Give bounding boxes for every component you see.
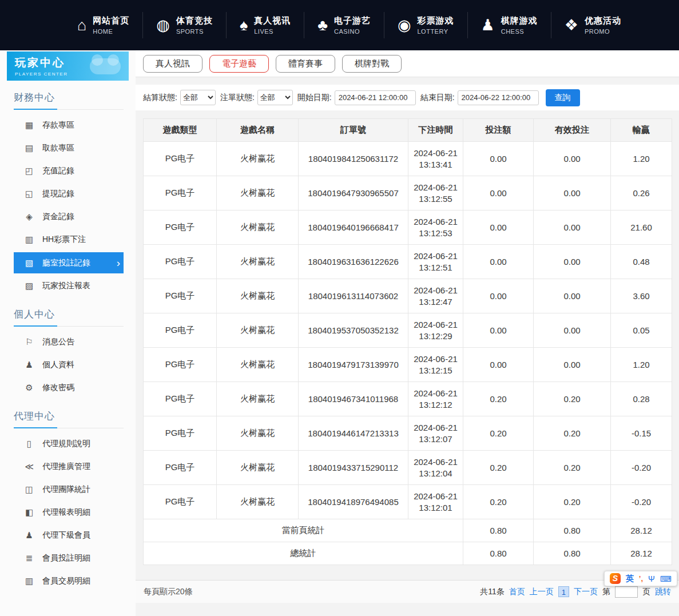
section-title: 代理中心 bbox=[14, 410, 124, 428]
cell-game-type: PG电子 bbox=[144, 279, 217, 313]
sidebar-item-agent-promotion[interactable]: ≪代理推廣管理 bbox=[14, 455, 124, 478]
cell-bet-time: 2024-06-2113:12:04 bbox=[408, 451, 463, 485]
nav-item-casino[interactable]: ♣电子游艺CASINO bbox=[304, 12, 384, 38]
prev-page-link[interactable]: 上一页 bbox=[530, 587, 554, 597]
cell-game-type: PG电子 bbox=[144, 416, 217, 451]
sidebar-item-label: 存款專區 bbox=[42, 120, 124, 130]
summary-win-loss: 28.12 bbox=[611, 519, 672, 542]
cell-game-name: 火树赢花 bbox=[217, 348, 299, 382]
sidebar-item-hh-lottery-bet[interactable]: ▥HH彩票下注 bbox=[14, 228, 124, 251]
jump-prefix-label: 第 bbox=[602, 587, 610, 597]
cell-bet-time: 2024-06-2113:12:51 bbox=[408, 245, 463, 279]
mic-icon[interactable]: Ψ bbox=[648, 574, 655, 583]
tab-electronic-games[interactable]: 電子遊藝 bbox=[209, 55, 269, 73]
cell-game-type: PG电子 bbox=[144, 176, 217, 210]
sidebar-item-funds-record[interactable]: ◈資金記錄 bbox=[14, 205, 124, 228]
sidebar-item-label: 廳室投註記錄 bbox=[42, 258, 109, 268]
tab-live-video[interactable]: 真人視訊 bbox=[143, 55, 202, 73]
nav-item-chess[interactable]: ♟棋牌游戏CHESS bbox=[467, 12, 551, 38]
sidebar-item-profile[interactable]: ♟個人資料 bbox=[14, 353, 124, 376]
cell-game-type: PG电子 bbox=[144, 382, 217, 416]
cell-game-name: 火树赢花 bbox=[217, 210, 299, 245]
sidebar-item-agent-team-stats[interactable]: ◫代理團隊統計 bbox=[14, 478, 124, 501]
person-icon: ♟ bbox=[24, 360, 34, 370]
cell-order-no: 1804019418976494085 bbox=[299, 485, 408, 519]
sidebar-item-member-bet-detail[interactable]: ≣會員投註明細 bbox=[14, 547, 124, 570]
hall-bet-record-icon: ▧ bbox=[24, 258, 34, 268]
recharge-record-icon: ◰ bbox=[24, 166, 34, 176]
chevron-right-icon: › bbox=[117, 257, 124, 268]
cell-order-no: 1804019647930965507 bbox=[299, 176, 408, 210]
sidebar-item-player-bet-report[interactable]: ▨玩家投注報表 bbox=[14, 275, 124, 297]
pager: 共11条 首页 上一页 1 下一页 第 页 跳转 bbox=[480, 586, 671, 598]
cell-game-type: PG电子 bbox=[144, 451, 217, 485]
summary-valid-bet: 0.80 bbox=[534, 542, 611, 565]
table-row: PG电子火树赢花18040195370503521322024-06-2113:… bbox=[144, 313, 672, 348]
cell-game-type: PG电子 bbox=[144, 142, 217, 176]
sogou-logo-icon[interactable]: S bbox=[610, 573, 621, 584]
summary-row: 當前頁統計0.800.8028.12 bbox=[144, 519, 672, 542]
keyboard-icon[interactable]: ⌨ bbox=[660, 574, 672, 583]
cell-bet-amount: 0.20 bbox=[463, 382, 534, 416]
sidebar-item-label: 修改密碼 bbox=[42, 383, 124, 393]
col-header-game-type: 遊戲類型 bbox=[144, 119, 217, 142]
nav-item-home[interactable]: ⌂网站首页HOME bbox=[64, 12, 142, 38]
transaction-list-icon: ▥ bbox=[24, 576, 34, 586]
cell-order-no: 1804019537050352132 bbox=[299, 313, 408, 348]
tab-sports-events[interactable]: 體育賽事 bbox=[276, 55, 335, 73]
section-title: 财務中心 bbox=[14, 91, 124, 110]
start-date-input[interactable] bbox=[335, 90, 416, 105]
first-page-link[interactable]: 首页 bbox=[509, 587, 525, 597]
sidebar-item-withdrawal-record[interactable]: ◱提現記錄 bbox=[14, 182, 124, 205]
cell-order-no: 1804019446147213313 bbox=[299, 416, 408, 451]
cell-game-type: PG电子 bbox=[144, 210, 217, 245]
cell-win-loss: -0.20 bbox=[611, 485, 672, 519]
sidebar-item-change-password[interactable]: ⚙修改密碼 bbox=[14, 376, 124, 399]
nav-item-promo[interactable]: ❖优惠活动PROMO bbox=[551, 12, 634, 38]
sidebar-item-announcements[interactable]: ⚐消息公告 bbox=[14, 331, 124, 353]
end-date-input[interactable] bbox=[458, 90, 539, 105]
sidebar-item-withdraw[interactable]: ▤取款專區 bbox=[14, 137, 124, 160]
query-button[interactable]: 查詢 bbox=[546, 89, 580, 106]
sidebar-item-agent-rules[interactable]: ▯代理規則說明 bbox=[14, 432, 124, 455]
sidebar-item-label: 代理報表明細 bbox=[42, 507, 124, 518]
summary-win-loss: 28.12 bbox=[611, 542, 672, 565]
withdrawal-record-icon: ◱ bbox=[24, 189, 34, 199]
cell-order-no: 1804019433715290112 bbox=[299, 451, 408, 485]
nav-item-text: 电子游艺CASINO bbox=[334, 15, 371, 35]
jump-link[interactable]: 跳转 bbox=[655, 587, 671, 597]
cell-bet-amount: 0.20 bbox=[463, 485, 534, 519]
section-title: 個人中心 bbox=[14, 308, 124, 327]
cell-order-no: 1804019613114073602 bbox=[299, 279, 408, 313]
sidebar-item-agent-report-detail[interactable]: ◧代理報表明細 bbox=[14, 501, 124, 524]
col-header-win-loss: 輸贏 bbox=[611, 119, 672, 142]
sidebar-item-label: 代理團隊統計 bbox=[42, 484, 124, 495]
sidebar-item-agent-sub-members[interactable]: ♟代理下級會員 bbox=[14, 524, 124, 547]
current-page[interactable]: 1 bbox=[558, 586, 569, 597]
tab-chess-battle[interactable]: 棋牌對戰 bbox=[342, 55, 402, 73]
page-jump-input[interactable] bbox=[615, 586, 638, 598]
next-page-link[interactable]: 下一页 bbox=[574, 587, 598, 597]
cell-order-no: 1804019640196668417 bbox=[299, 210, 408, 245]
nav-item-sports[interactable]: ◍体育竞技SPORTS bbox=[142, 12, 226, 38]
cell-order-no: 1804019631636122626 bbox=[299, 245, 408, 279]
sidebar-item-member-transaction-detail[interactable]: ▥會員交易明細 bbox=[14, 570, 124, 593]
cell-bet-time: 2024-06-2113:13:41 bbox=[408, 142, 463, 176]
summary-bet-amount: 0.80 bbox=[463, 519, 534, 542]
sidebar-item-deposit[interactable]: ▦存款專區 bbox=[14, 114, 124, 137]
sidebar-item-recharge-record[interactable]: ◰充值記錄 bbox=[14, 160, 124, 182]
nav-item-lives[interactable]: ♠真人视讯LIVES bbox=[226, 12, 304, 38]
punctuation-icon[interactable]: ’, bbox=[639, 574, 643, 583]
ime-language-toggle[interactable]: 英 bbox=[626, 574, 634, 584]
sidebar-item-hall-bet-record[interactable]: ▧廳室投註記錄› bbox=[14, 252, 124, 273]
cell-game-type: PG电子 bbox=[144, 313, 217, 348]
settle-status-select[interactable]: 全部 bbox=[180, 90, 216, 105]
order-status-select[interactable]: 全部 bbox=[257, 90, 293, 105]
cell-game-name: 火树赢花 bbox=[217, 279, 299, 313]
cell-game-name: 火树赢花 bbox=[217, 382, 299, 416]
cell-win-loss: 0.48 bbox=[611, 245, 672, 279]
table-row: PG电子火树赢花18040198412506311722024-06-2113:… bbox=[144, 142, 672, 176]
cell-bet-amount: 0.00 bbox=[463, 245, 534, 279]
nav-item-lottery[interactable]: ◉彩票游戏LOTTERY bbox=[384, 12, 467, 38]
playing-cards-icon: ♠ bbox=[240, 18, 248, 33]
